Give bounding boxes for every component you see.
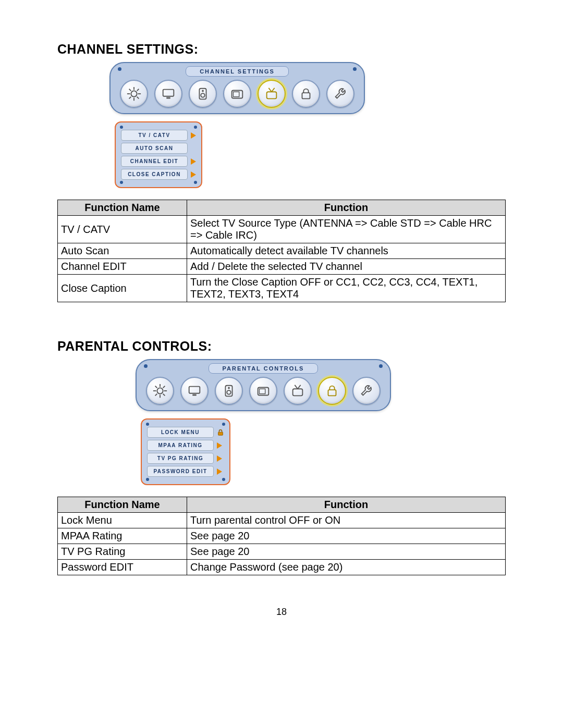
- section-heading-parental: PARENTAL CONTROLS:: [57, 339, 506, 354]
- menu-item-close-caption[interactable]: CLOSE CAPTION: [121, 169, 188, 180]
- cell-desc: Select TV Source Type (ANTENNA => Cable …: [187, 216, 506, 243]
- svg-rect-36: [293, 389, 303, 396]
- svg-line-7: [129, 97, 131, 99]
- sun-burst-icon[interactable]: [146, 377, 174, 405]
- page-number: 18: [57, 607, 506, 618]
- screw-icon: [379, 364, 383, 368]
- wrench-icon[interactable]: [352, 377, 381, 405]
- svg-rect-15: [234, 92, 239, 96]
- screw-icon: [222, 478, 225, 481]
- arrow-right-icon: [191, 132, 196, 139]
- arrow-right-icon: [217, 468, 222, 475]
- cell-name: TV PG Rating: [58, 544, 187, 560]
- tv-icon[interactable]: [249, 377, 277, 405]
- menu-item-channel-edit[interactable]: CHANNEL EDIT: [121, 156, 188, 167]
- col-function-name: Function Name: [58, 200, 187, 216]
- screw-icon: [118, 67, 121, 71]
- cell-name: Lock Menu: [58, 513, 187, 528]
- col-function: Function: [187, 200, 506, 216]
- svg-point-20: [157, 388, 163, 393]
- monitor-icon[interactable]: [154, 80, 182, 108]
- svg-rect-39: [328, 390, 336, 396]
- lock-icon[interactable]: [318, 377, 346, 405]
- svg-rect-29: [189, 387, 200, 393]
- osd-title: PARENTAL CONTROLS: [209, 363, 319, 374]
- cell-name: MPAA Rating: [58, 528, 187, 544]
- table-row: Password EDITChange Password (see page 2…: [58, 560, 506, 575]
- svg-point-32: [227, 390, 231, 394]
- wrench-icon[interactable]: [326, 80, 354, 108]
- col-function: Function: [187, 497, 506, 513]
- svg-rect-10: [166, 97, 170, 99]
- screw-icon: [222, 423, 225, 426]
- osd-panel-channel: CHANNEL SETTINGS: [109, 62, 365, 114]
- table-row: TV / CATVSelect TV Source Type (ANTENNA …: [58, 216, 506, 243]
- menu-item-auto-scan[interactable]: AUTO SCAN: [121, 143, 188, 154]
- svg-line-8: [137, 89, 139, 91]
- cell-desc: Automatically detect available TV channe…: [187, 243, 506, 259]
- table-row: Lock MenuTurn parental control OFF or ON: [58, 513, 506, 528]
- osd-panel-parental: PARENTAL CONTROLS: [136, 359, 391, 411]
- screw-icon: [194, 126, 197, 129]
- arrow-right-icon: [217, 455, 222, 462]
- antenna-tv-icon[interactable]: [284, 377, 312, 405]
- osd-submenu-channel: TV / CATV AUTO SCAN CHANNEL EDIT CLOSE C…: [115, 121, 202, 188]
- svg-rect-30: [192, 394, 197, 396]
- svg-line-26: [163, 394, 165, 396]
- menu-item-lock-menu[interactable]: LOCK MENU: [147, 427, 214, 438]
- svg-line-27: [155, 394, 157, 396]
- arrow-right-icon: [217, 442, 222, 449]
- svg-line-6: [137, 97, 139, 99]
- table-row: Auto ScanAutomatically detect available …: [58, 243, 506, 259]
- lock-icon[interactable]: [292, 80, 320, 108]
- cell-desc: Turn parental control OFF or ON: [187, 513, 506, 528]
- svg-line-5: [129, 89, 131, 91]
- svg-point-0: [131, 91, 137, 96]
- svg-rect-35: [260, 389, 265, 393]
- svg-rect-9: [163, 90, 174, 96]
- cell-desc: Add / Delete the selected TV channel: [187, 259, 506, 275]
- svg-line-25: [155, 386, 157, 388]
- menu-item-tvpg-rating[interactable]: TV PG RATING: [147, 453, 214, 464]
- antenna-tv-icon[interactable]: [258, 80, 286, 108]
- svg-rect-16: [267, 92, 277, 98]
- screw-icon: [146, 478, 149, 481]
- lock-mini-icon: [217, 429, 224, 436]
- cell-desc: See page 20: [187, 528, 506, 544]
- speaker-icon[interactable]: [189, 80, 217, 108]
- svg-line-18: [272, 88, 275, 92]
- menu-item-tv-catv[interactable]: TV / CATV: [121, 130, 188, 141]
- svg-point-12: [201, 93, 205, 97]
- tv-icon[interactable]: [223, 80, 251, 108]
- function-table-parental: Function Name Function Lock MenuTurn par…: [57, 497, 506, 575]
- screw-icon: [194, 181, 197, 184]
- svg-line-38: [298, 385, 301, 389]
- speaker-icon[interactable]: [215, 377, 243, 405]
- table-row: Close CaptionTurn the Close Caption OFF …: [58, 275, 506, 302]
- sun-burst-icon[interactable]: [120, 80, 148, 108]
- screw-icon: [146, 423, 149, 426]
- screw-icon: [120, 126, 123, 129]
- svg-line-28: [163, 386, 165, 388]
- svg-line-17: [268, 88, 272, 92]
- table-row: Channel EDITAdd / Delete the selected TV…: [58, 259, 506, 275]
- cell-desc: See page 20: [187, 544, 506, 560]
- table-row: TV PG RatingSee page 20: [58, 544, 506, 560]
- screw-icon: [120, 181, 123, 184]
- menu-item-mpaa-rating[interactable]: MPAA RATING: [147, 440, 214, 451]
- screw-icon: [144, 364, 148, 368]
- svg-point-33: [228, 387, 230, 389]
- menu-item-password-edit[interactable]: PASSWORD EDIT: [147, 466, 214, 477]
- cell-name: Auto Scan: [58, 243, 187, 259]
- cell-desc: Change Password (see page 20): [187, 560, 506, 575]
- osd-title: CHANNEL SETTINGS: [186, 66, 289, 77]
- arrow-right-icon: [191, 158, 196, 165]
- monitor-icon[interactable]: [180, 377, 209, 405]
- table-header-row: Function Name Function: [58, 497, 506, 513]
- table-header-row: Function Name Function: [58, 200, 506, 216]
- cell-name: TV / CATV: [58, 216, 187, 243]
- function-table-channel: Function Name Function TV / CATVSelect T…: [57, 200, 506, 302]
- cell-name: Close Caption: [58, 275, 187, 302]
- svg-rect-40: [218, 432, 223, 435]
- svg-rect-19: [302, 93, 310, 98]
